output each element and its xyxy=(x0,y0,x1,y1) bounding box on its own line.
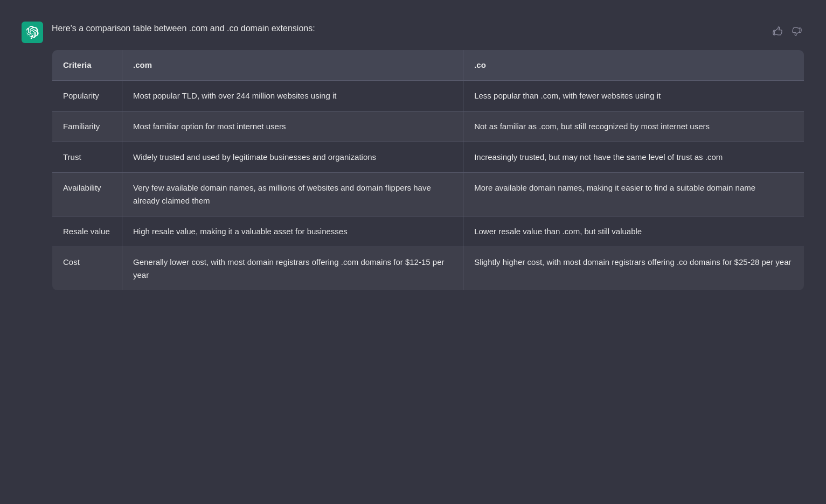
cell-co: Increasingly trusted, but may not have t… xyxy=(463,142,804,173)
header-criteria: Criteria xyxy=(52,50,122,81)
table-header-row: Criteria .com .co xyxy=(52,50,804,81)
feedback-buttons xyxy=(770,24,804,39)
cell-co: More available domain names, making it e… xyxy=(463,173,804,216)
cell-co: Slightly higher cost, with most domain r… xyxy=(463,247,804,291)
header-com: .com xyxy=(122,50,463,81)
table-row: AvailabilityVery few available domain na… xyxy=(52,173,804,216)
chatgpt-logo-icon xyxy=(26,26,39,39)
cell-com: Most popular TLD, with over 244 million … xyxy=(122,81,463,111)
cell-criteria: Availability xyxy=(52,173,122,216)
message-intro-text: Here's a comparison table between .com a… xyxy=(52,22,315,36)
cell-criteria: Popularity xyxy=(52,81,122,111)
table-row: PopularityMost popular TLD, with over 24… xyxy=(52,81,804,111)
cell-co: Not as familiar as .com, but still recog… xyxy=(463,111,804,142)
cell-co: Lower resale value than .com, but still … xyxy=(463,216,804,247)
thumbs-up-icon xyxy=(772,26,783,37)
table-row: Resale valueHigh resale value, making it… xyxy=(52,216,804,247)
cell-criteria: Cost xyxy=(52,247,122,291)
message-header: Here's a comparison table between .com a… xyxy=(52,22,804,39)
cell-com: Most familiar option for most internet u… xyxy=(122,111,463,142)
header-co: .co xyxy=(463,50,804,81)
cell-com: High resale value, making it a valuable … xyxy=(122,216,463,247)
table-row: CostGenerally lower cost, with most doma… xyxy=(52,247,804,291)
cell-com: Generally lower cost, with most domain r… xyxy=(122,247,463,291)
cell-criteria: Trust xyxy=(52,142,122,173)
cell-criteria: Resale value xyxy=(52,216,122,247)
table-row: FamiliarityMost familiar option for most… xyxy=(52,111,804,142)
thumbs-up-button[interactable] xyxy=(770,24,785,39)
cell-co: Less popular than .com, with fewer websi… xyxy=(463,81,804,111)
cell-com: Very few available domain names, as mill… xyxy=(122,173,463,216)
chatgpt-avatar xyxy=(22,22,43,43)
thumbs-down-icon xyxy=(792,26,802,37)
thumbs-down-button[interactable] xyxy=(789,24,804,39)
table-row: TrustWidely trusted and used by legitima… xyxy=(52,142,804,173)
message-content: Here's a comparison table between .com a… xyxy=(52,22,804,291)
cell-criteria: Familiarity xyxy=(52,111,122,142)
chat-message: Here's a comparison table between .com a… xyxy=(0,11,826,302)
comparison-table: Criteria .com .co PopularityMost popular… xyxy=(52,50,804,291)
cell-com: Widely trusted and used by legitimate bu… xyxy=(122,142,463,173)
